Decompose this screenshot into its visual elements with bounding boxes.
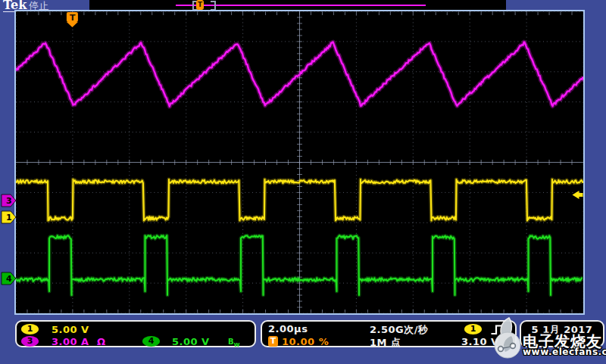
trigger-position-readout[interactable]: 10.00 % [282,336,329,347]
ch1-scale[interactable]: 5.00 V [52,324,89,335]
svg-text:1: 1 [6,213,12,222]
svg-text:3: 3 [6,196,12,206]
date-time-box: 5 1月 2017 [520,320,604,347]
ch4-marker[interactable]: 4 [2,272,16,285]
ch1-badge[interactable]: 1 [21,324,39,334]
svg-text:4: 4 [6,274,12,284]
vertical-readout-box: 1 5.00 V 3 3.00 A Ω 4 5.00 V BW [15,320,256,347]
ch3-badge[interactable]: 3 [21,336,39,347]
ch1-marker[interactable]: 1 [2,211,16,223]
trigger-level-readout[interactable]: 3.10 V [461,336,499,347]
waveform-display: 3 1 4 T [0,0,606,364]
ch4-bandwidth-limit-icon: BW [228,338,239,348]
sample-rate-readout: 2.50G次/秒 [370,323,429,337]
horizontal-trigger-readout-box: 2.00µs 2.50G次/秒 1 T 10.00 % 1M 点 3.10 V [261,320,517,347]
ch3-coupling-ohm-icon: Ω [97,336,106,347]
trigger-source-badge[interactable]: 1 [464,324,482,334]
timebase-readout[interactable]: 2.00µs [268,323,308,334]
rising-edge-icon [490,324,504,335]
trigger-position-badge-icon: T [268,336,278,347]
record-length-readout: 1M 点 [370,336,401,350]
date-readout: 5 1月 2017 [521,323,603,337]
ch3-marker[interactable]: 3 [2,194,16,207]
ch4-scale[interactable]: 5.00 V [172,336,210,347]
svg-text:T: T [70,13,76,23]
ch4-badge[interactable]: 4 [142,336,160,347]
oscilloscope-screen: Tek 停止 T 3 1 4 T [0,0,606,364]
ch3-scale[interactable]: 3.00 A [52,336,89,347]
